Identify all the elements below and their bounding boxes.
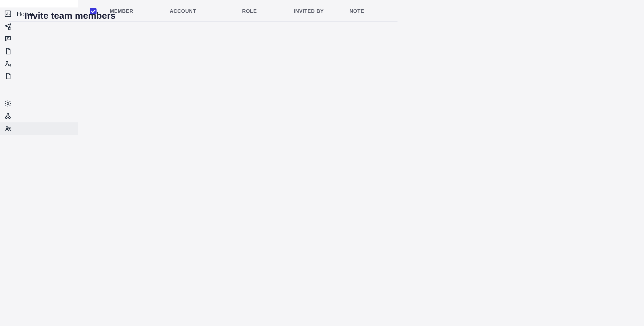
modal-header: Invite team members [9,11,397,22]
nav-item-people[interactable] [0,57,78,70]
document-plus-icon [4,72,12,80]
svg-point-5 [5,117,7,118]
background-sidebar: Home [0,0,78,7]
svg-point-3 [8,64,10,66]
modal-title: Invite team members [25,11,116,21]
document-icon [4,47,12,55]
webhook-icon [4,112,12,120]
nav-item-documents[interactable] [0,45,78,57]
gear-icon [4,100,12,107]
svg-point-2 [6,61,8,63]
nav-item-team[interactable] [0,122,78,135]
svg-point-4 [7,103,9,104]
svg-point-6 [8,117,10,118]
team-icon [4,125,12,132]
svg-point-9 [9,127,10,129]
nav-item-new-document[interactable] [0,70,78,82]
person-search-icon [4,60,12,67]
nav-item-settings[interactable] [0,97,78,110]
nav-item-integrations[interactable] [0,110,78,122]
svg-point-8 [6,127,8,128]
modal-footer: Send invites [9,22,397,39]
